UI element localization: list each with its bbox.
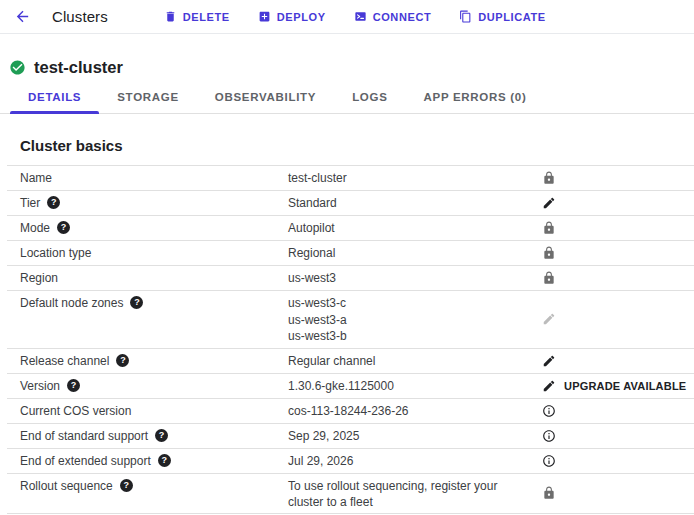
- row-label-cell: Name: [7, 166, 288, 190]
- tab-logs[interactable]: LOGS: [334, 82, 405, 113]
- table-row: Location type Regional: [7, 241, 694, 266]
- row-label-cell: Region: [7, 266, 288, 290]
- row-action-cell: UPGRADE AVAILABLE: [538, 374, 694, 398]
- action-button-label: CONNECT: [373, 11, 432, 23]
- row-label-cell: Release channel ?: [7, 349, 288, 373]
- table-row: Default node zones ? us-west3-cus-west3-…: [7, 291, 694, 349]
- row-action-cell: [538, 449, 694, 473]
- info-icon[interactable]: [542, 454, 556, 468]
- upgrade-available-label[interactable]: UPGRADE AVAILABLE: [564, 380, 686, 392]
- row-value: 1.30.6-gke.1125000: [288, 374, 538, 398]
- page-title: Clusters: [52, 8, 108, 25]
- table-row: Mode ? Autopilot: [7, 216, 694, 241]
- check-circle-icon: [9, 59, 26, 76]
- help-icon[interactable]: ?: [57, 221, 70, 234]
- row-label-cell: Version ?: [7, 374, 288, 398]
- row-label-cell: Current COS version: [7, 399, 288, 423]
- delete-icon: [164, 10, 177, 23]
- arrow-back-icon: [14, 8, 31, 25]
- connect-icon: [354, 10, 367, 23]
- help-icon[interactable]: ?: [158, 454, 171, 467]
- tab-storage[interactable]: STORAGE: [99, 82, 197, 113]
- row-label: End of extended support: [20, 453, 151, 469]
- row-action-cell: [538, 399, 694, 423]
- table-row: Release channel ? Regular channel: [7, 349, 694, 374]
- row-value: Standard: [288, 191, 538, 215]
- row-label-cell: Tier ?: [7, 191, 288, 215]
- row-label: Mode: [20, 220, 50, 236]
- help-icon[interactable]: ?: [67, 379, 80, 392]
- row-label: Rollout sequence: [20, 478, 113, 494]
- tab-observability[interactable]: OBSERVABILITY: [197, 82, 334, 113]
- edit-icon[interactable]: [542, 379, 556, 393]
- row-label: Release channel: [20, 353, 109, 369]
- section-title: Cluster basics: [20, 137, 694, 154]
- row-label-cell: Location type: [7, 241, 288, 265]
- table-row: Name test-cluster: [7, 166, 694, 191]
- row-value-line: us-west3-a: [288, 312, 530, 329]
- back-button[interactable]: [10, 5, 34, 29]
- table-row: Region us-west3: [7, 266, 694, 291]
- cluster-name: test-cluster: [34, 58, 123, 77]
- row-value: Autopilot: [288, 216, 538, 240]
- edit-icon[interactable]: [542, 196, 556, 210]
- row-label: End of standard support: [20, 428, 148, 444]
- duplicate-icon: [459, 10, 472, 23]
- row-label: Name: [20, 170, 52, 186]
- table-row: Rollout sequence ? To use rollout sequen…: [7, 474, 694, 514]
- help-icon[interactable]: ?: [116, 354, 129, 367]
- row-action-cell: [538, 291, 694, 348]
- row-label: Region: [20, 270, 58, 286]
- table-row: End of extended support ? Jul 29, 2026: [7, 449, 694, 474]
- row-value: Regional: [288, 241, 538, 265]
- tab-bar: DETAILSSTORAGEOBSERVABILITYLOGSAPP ERROR…: [0, 82, 694, 114]
- delete-button[interactable]: DELETE: [156, 6, 238, 27]
- row-label: Tier: [20, 195, 40, 211]
- row-action-cell: [538, 349, 694, 373]
- deploy-button[interactable]: DEPLOY: [250, 6, 334, 27]
- row-value: us-west3: [288, 266, 538, 290]
- lock-icon: [542, 271, 556, 285]
- table-row: End of standard support ? Sep 29, 2025: [7, 424, 694, 449]
- tab-details[interactable]: DETAILS: [10, 82, 99, 113]
- row-label: Version: [20, 378, 60, 394]
- table-row: Version ? 1.30.6-gke.1125000 UPGRADE AVA…: [7, 374, 694, 399]
- help-icon[interactable]: ?: [130, 296, 143, 309]
- duplicate-button[interactable]: DUPLICATE: [451, 6, 554, 27]
- row-action-cell: [538, 474, 694, 513]
- action-buttons: DELETEDEPLOYCONNECTDUPLICATE: [156, 6, 554, 27]
- action-button-label: DUPLICATE: [478, 11, 546, 23]
- row-value-line: us-west3-b: [288, 328, 530, 345]
- lock-icon: [542, 246, 556, 260]
- info-icon[interactable]: [542, 429, 556, 443]
- action-button-label: DELETE: [183, 11, 230, 23]
- table-row: Current COS version cos-113-18244-236-26: [7, 399, 694, 424]
- help-icon[interactable]: ?: [120, 479, 133, 492]
- edit-icon[interactable]: [542, 354, 556, 368]
- row-label-cell: Default node zones ?: [7, 291, 288, 348]
- cluster-basics-table: Name test-cluster Tier ? Standard Mod: [7, 165, 694, 514]
- gke-cluster-details-page: Clusters DELETEDEPLOYCONNECTDUPLICATE te…: [0, 0, 694, 514]
- help-icon[interactable]: ?: [47, 196, 60, 209]
- row-action-cell: [538, 424, 694, 448]
- tab-app-errors-0[interactable]: APP ERRORS (0): [406, 82, 545, 113]
- info-icon[interactable]: [542, 404, 556, 418]
- row-value: Regular channel: [288, 349, 538, 373]
- help-icon[interactable]: ?: [155, 429, 168, 442]
- row-label-cell: End of extended support ?: [7, 449, 288, 473]
- row-value: To use rollout sequencing, register your…: [288, 474, 538, 513]
- table-row: Tier ? Standard: [7, 191, 694, 216]
- lock-icon: [542, 221, 556, 235]
- row-action-cell: [538, 216, 694, 240]
- row-label-cell: Mode ?: [7, 216, 288, 240]
- row-value: test-cluster: [288, 166, 538, 190]
- edit-icon: [542, 312, 556, 326]
- row-value: Jul 29, 2026: [288, 449, 538, 473]
- lock-icon: [542, 171, 556, 185]
- row-value: Sep 29, 2025: [288, 424, 538, 448]
- row-label: Current COS version: [20, 403, 131, 419]
- connect-button[interactable]: CONNECT: [346, 6, 440, 27]
- row-label-cell: End of standard support ?: [7, 424, 288, 448]
- cluster-heading: test-cluster: [0, 34, 694, 77]
- lock-icon: [542, 486, 556, 500]
